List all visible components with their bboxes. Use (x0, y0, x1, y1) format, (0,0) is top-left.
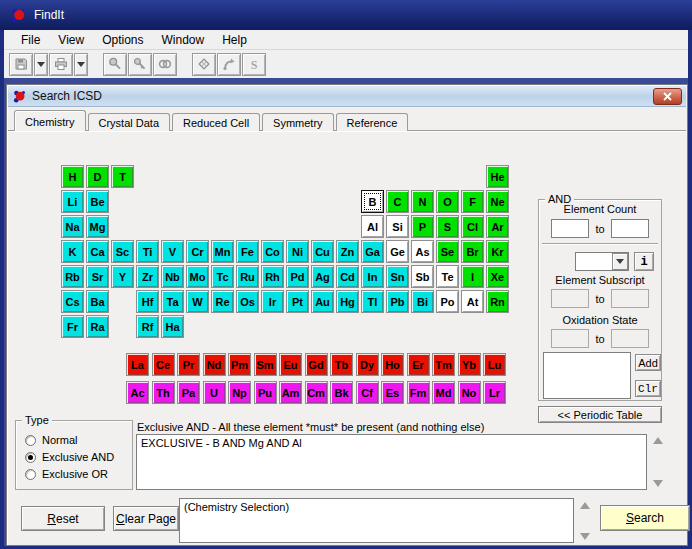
clr-button[interactable]: Clr (635, 380, 661, 397)
element-Rn[interactable]: Rn (486, 290, 509, 313)
periodic-table-toggle-button[interactable]: << Periodic Table (538, 406, 662, 423)
element-Ga[interactable]: Ga (361, 240, 384, 263)
element-Li[interactable]: Li (61, 190, 84, 213)
element-Cl[interactable]: Cl (461, 215, 484, 238)
radio-icon[interactable] (25, 452, 36, 463)
search-tool-button[interactable] (103, 53, 127, 76)
radio-exclusive-and[interactable]: Exclusive AND (25, 451, 114, 463)
element-Ac[interactable]: Ac (126, 381, 149, 404)
element-Fe[interactable]: Fe (236, 240, 259, 263)
element-Mn[interactable]: Mn (211, 240, 234, 263)
element-Cf[interactable]: Cf (356, 381, 379, 404)
scroll-down-icon[interactable] (653, 480, 663, 487)
element-Sc[interactable]: Sc (111, 240, 134, 263)
element-N[interactable]: N (411, 190, 434, 213)
menu-item-view[interactable]: View (49, 31, 93, 49)
menu-item-help[interactable]: Help (213, 31, 256, 49)
info-button[interactable]: i (634, 252, 654, 271)
tab-chemistry[interactable]: Chemistry (14, 110, 86, 131)
save-dropdown-button[interactable] (34, 53, 48, 76)
element-Na[interactable]: Na (61, 215, 84, 238)
element-Os[interactable]: Os (236, 290, 259, 313)
print-dropdown-button[interactable] (74, 53, 88, 76)
radio-normal[interactable]: Normal (25, 434, 77, 446)
element-H[interactable]: H (61, 165, 84, 188)
element-Tm[interactable]: Tm (432, 353, 455, 376)
key-tool-button[interactable] (128, 53, 152, 76)
element-Ne[interactable]: Ne (486, 190, 509, 213)
element-Np[interactable]: Np (228, 381, 251, 404)
scroll-down-icon[interactable] (580, 533, 590, 540)
element-Mo[interactable]: Mo (186, 265, 209, 288)
element-Rf[interactable]: Rf (136, 315, 159, 338)
element-Be[interactable]: Be (86, 190, 109, 213)
element-Lu[interactable]: Lu (483, 353, 506, 376)
element-Nd[interactable]: Nd (203, 353, 226, 376)
element-Cd[interactable]: Cd (336, 265, 359, 288)
element-Ho[interactable]: Ho (381, 353, 404, 376)
exclusive-textarea[interactable]: EXCLUSIVE - B AND Mg AND Al (136, 434, 647, 490)
element-As[interactable]: As (411, 240, 434, 263)
element-Dy[interactable]: Dy (356, 353, 379, 376)
element-Ge[interactable]: Ge (386, 240, 409, 263)
element-Ar[interactable]: Ar (486, 215, 509, 238)
rings-tool-button[interactable] (153, 53, 177, 76)
radio-exclusive-or[interactable]: Exclusive OR (25, 468, 108, 480)
element-O[interactable]: O (436, 190, 459, 213)
tab-symmetry[interactable]: Symmetry (262, 113, 334, 131)
element-count-from-input[interactable] (551, 219, 589, 238)
element-Y[interactable]: Y (111, 265, 134, 288)
element-Fm[interactable]: Fm (407, 381, 430, 404)
element-Ir[interactable]: Ir (261, 290, 284, 313)
close-button[interactable] (653, 88, 682, 105)
menu-item-file[interactable]: File (12, 31, 49, 49)
element-S[interactable]: S (436, 215, 459, 238)
element-Hf[interactable]: Hf (136, 290, 159, 313)
element-Ni[interactable]: Ni (286, 240, 309, 263)
element-D[interactable]: D (86, 165, 109, 188)
element-Ca[interactable]: Ca (86, 240, 109, 263)
element-I[interactable]: I (461, 265, 484, 288)
element-Tl[interactable]: Tl (361, 290, 384, 313)
element-Lr[interactable]: Lr (483, 381, 506, 404)
element-Re[interactable]: Re (211, 290, 234, 313)
element-Xe[interactable]: Xe (486, 265, 509, 288)
element-Co[interactable]: Co (261, 240, 284, 263)
selection-scrollbar[interactable] (578, 502, 592, 540)
selection-listbox[interactable] (543, 352, 631, 399)
element-Er[interactable]: Er (407, 353, 430, 376)
element-Nb[interactable]: Nb (161, 265, 184, 288)
print-button[interactable] (49, 53, 73, 76)
element-At[interactable]: At (461, 290, 484, 313)
element-K[interactable]: K (61, 240, 84, 263)
element-Zn[interactable]: Zn (336, 240, 359, 263)
element-No[interactable]: No (458, 381, 481, 404)
element-dropdown[interactable] (575, 252, 629, 271)
element-count-to-input[interactable] (611, 219, 649, 238)
menu-item-window[interactable]: Window (153, 31, 214, 49)
element-Si[interactable]: Si (386, 215, 409, 238)
element-P[interactable]: P (411, 215, 434, 238)
element-Sb[interactable]: Sb (411, 265, 434, 288)
element-Bi[interactable]: Bi (411, 290, 434, 313)
element-Ag[interactable]: Ag (311, 265, 334, 288)
element-Ce[interactable]: Ce (152, 353, 175, 376)
tab-reference[interactable]: Reference (336, 113, 409, 131)
element-U[interactable]: U (203, 381, 226, 404)
radio-icon[interactable] (25, 469, 36, 480)
element-Al[interactable]: Al (361, 215, 384, 238)
save-button[interactable] (9, 53, 33, 76)
exclusive-scrollbar[interactable] (651, 437, 665, 487)
search-button[interactable]: Search (600, 505, 690, 531)
chemistry-selection-textarea[interactable]: (Chemistry Selection) (179, 498, 574, 543)
s-tool-button[interactable]: S (242, 53, 266, 76)
element-Hg[interactable]: Hg (336, 290, 359, 313)
tab-reduced-cell[interactable]: Reduced Cell (172, 113, 260, 131)
menu-item-options[interactable]: Options (93, 31, 152, 49)
radio-icon[interactable] (25, 435, 36, 446)
element-Eu[interactable]: Eu (279, 353, 302, 376)
element-Pb[interactable]: Pb (386, 290, 409, 313)
dropdown-button[interactable] (612, 253, 628, 270)
element-Au[interactable]: Au (311, 290, 334, 313)
element-Pd[interactable]: Pd (286, 265, 309, 288)
